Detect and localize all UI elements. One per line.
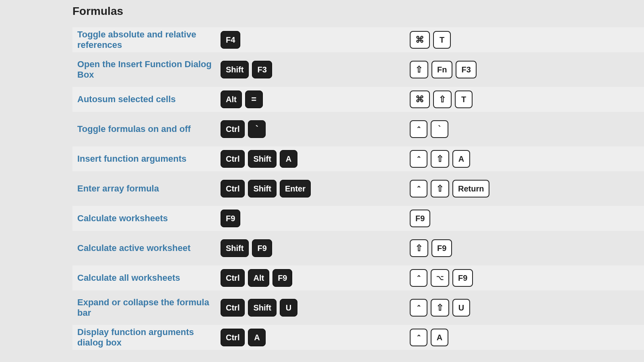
shortcut-row: Calculate worksheetsF9F9 [72, 206, 644, 231]
key-dark: Enter [280, 180, 311, 197]
key-dark: F9 [252, 239, 272, 257]
shortcut-row: Insert function argumentsCtrlShiftA⌃⇧A [72, 146, 644, 171]
shortcut-description[interactable]: Calculate active worksheet [72, 243, 221, 253]
windows-keys: ShiftF3 [221, 61, 410, 78]
shortcut-description[interactable]: Enter array formula [72, 183, 221, 194]
key-light: ⌃ [410, 329, 427, 346]
mac-keys: ⌃⌥F9 [410, 269, 473, 287]
mac-keys: ⌃⇧U [410, 299, 470, 317]
mac-keys: ⌃⇧Return [410, 180, 489, 197]
key-light: Return [452, 180, 489, 197]
key-dark: Shift [248, 150, 276, 168]
key-dark: Ctrl [221, 180, 245, 197]
mac-keys: ⌃` [410, 120, 448, 138]
mac-keys: ⌃A [410, 329, 448, 346]
shortcut-description[interactable]: Toggle formulas on and off [72, 124, 221, 134]
windows-keys: CtrlAltF9 [221, 269, 410, 287]
key-light: ⇧ [431, 299, 449, 317]
key-light: ⌃ [410, 299, 427, 317]
key-dark: Shift [248, 180, 276, 197]
key-light: F9 [431, 239, 452, 257]
key-dark: Shift [221, 239, 249, 257]
key-light: ⇧ [433, 90, 452, 108]
mac-keys: ⌘T [410, 31, 451, 49]
shortcut-description[interactable]: Calculate worksheets [72, 213, 221, 224]
key-light: T [433, 31, 451, 49]
key-light: ⌃ [410, 150, 427, 168]
key-dark: Alt [248, 269, 269, 287]
windows-keys: CtrlShiftA [221, 150, 410, 168]
key-dark: Ctrl [221, 299, 245, 317]
key-light: Fn [431, 61, 452, 78]
key-light: ⇧ [410, 239, 428, 257]
key-light: T [455, 90, 473, 108]
key-light: ⌥ [431, 269, 449, 287]
mac-keys: ⌃⇧A [410, 150, 470, 168]
key-light: F9 [410, 210, 430, 227]
shortcut-row: Open the Insert Function Dialog BoxShift… [72, 57, 644, 82]
key-dark: F3 [252, 61, 272, 78]
windows-keys: CtrlShiftU [221, 299, 410, 317]
shortcut-table: Toggle absolute and relative referencesF… [72, 27, 644, 350]
shortcut-row: Calculate active worksheetShiftF9⇧F9 [72, 236, 644, 261]
key-dark: A [248, 329, 266, 346]
key-dark: F9 [221, 210, 240, 227]
shortcut-row: Autosum selected cellsAlt=⌘⇧T [72, 87, 644, 112]
shortcut-description[interactable]: Expand or collapse the formula bar [72, 297, 221, 318]
shortcut-row: Toggle formulas on and offCtrl`⌃` [72, 117, 644, 142]
shortcut-row: Display function arguments dialog boxCtr… [72, 325, 644, 350]
key-dark: U [280, 299, 297, 317]
shortcut-description[interactable]: Insert function arguments [72, 154, 221, 164]
shortcut-row: Expand or collapse the formula barCtrlSh… [72, 295, 644, 320]
key-dark: = [245, 90, 263, 108]
shortcut-row: Enter array formulaCtrlShiftEnter⌃⇧Retur… [72, 176, 644, 201]
shortcut-description[interactable]: Display function arguments dialog box [72, 327, 221, 348]
section-title: Formulas [72, 5, 644, 18]
windows-keys: Ctrl` [221, 120, 410, 138]
key-dark: Shift [248, 299, 276, 317]
windows-keys: CtrlA [221, 329, 410, 346]
shortcut-row: Toggle absolute and relative referencesF… [72, 27, 644, 52]
shortcuts-wrapper: Formulas Toggle absolute and relative re… [0, 0, 644, 350]
key-light: A [452, 150, 470, 168]
windows-keys: F9 [221, 210, 410, 227]
key-dark: Ctrl [221, 269, 245, 287]
key-dark: F4 [221, 31, 240, 49]
mac-keys: ⇧FnF3 [410, 61, 477, 78]
key-light: ⌘ [410, 90, 430, 108]
key-light: ⌃ [410, 120, 427, 138]
key-light: ⇧ [431, 180, 449, 197]
key-light: F9 [452, 269, 473, 287]
key-light: ⌃ [410, 180, 427, 197]
mac-keys: F9 [410, 210, 430, 227]
shortcut-description[interactable]: Calculate all worksheets [72, 273, 221, 283]
key-light: ⌃ [410, 269, 427, 287]
key-dark: F9 [272, 269, 292, 287]
key-dark: Ctrl [221, 150, 245, 168]
key-dark: Ctrl [221, 329, 245, 346]
key-light: ⇧ [410, 61, 428, 78]
mac-keys: ⇧F9 [410, 239, 452, 257]
key-dark: ` [248, 120, 266, 138]
key-light: F3 [456, 61, 476, 78]
key-dark: A [280, 150, 297, 168]
key-light: ⇧ [431, 150, 449, 168]
shortcut-row: Calculate all worksheetsCtrlAltF9⌃⌥F9 [72, 265, 644, 290]
windows-keys: CtrlShiftEnter [221, 180, 410, 197]
shortcut-description[interactable]: Toggle absolute and relative references [72, 29, 221, 50]
key-light: A [431, 329, 448, 346]
key-dark: Shift [221, 61, 249, 78]
key-dark: Ctrl [221, 120, 245, 138]
windows-keys: F4 [221, 31, 410, 49]
windows-keys: ShiftF9 [221, 239, 410, 257]
key-light: ⌘ [410, 31, 430, 49]
windows-keys: Alt= [221, 90, 410, 108]
key-dark: Alt [221, 90, 242, 108]
mac-keys: ⌘⇧T [410, 90, 473, 108]
shortcut-description[interactable]: Open the Insert Function Dialog Box [72, 59, 221, 80]
key-light: U [452, 299, 470, 317]
key-light: ` [431, 120, 448, 138]
shortcut-description[interactable]: Autosum selected cells [72, 94, 221, 105]
